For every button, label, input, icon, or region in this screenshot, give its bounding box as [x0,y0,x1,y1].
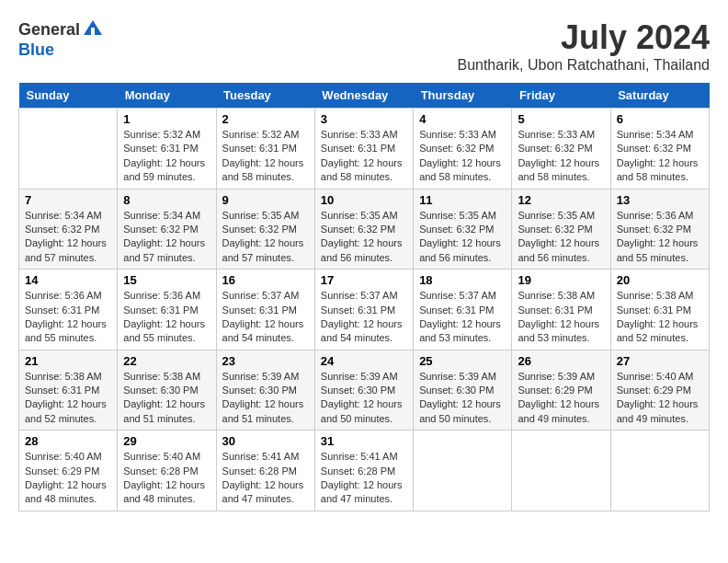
table-row: 10 Sunrise: 5:35 AM Sunset: 6:32 PM Dayl… [314,189,413,270]
sunrise-text: Sunrise: 5:37 AM [419,290,496,301]
daylight-text: Daylight: 12 hours and 49 minutes. [518,398,599,423]
daylight-text: Daylight: 12 hours and 54 minutes. [321,318,403,343]
sunrise-text: Sunrise: 5:38 AM [518,290,595,301]
cell-info: Sunrise: 5:36 AM Sunset: 6:31 PM Dayligh… [123,289,210,346]
sunset-text: Sunset: 6:32 PM [617,224,691,235]
daylight-text: Daylight: 12 hours and 52 minutes. [25,398,107,423]
table-row: 21 Sunrise: 5:38 AM Sunset: 6:31 PM Dayl… [19,350,118,431]
cell-info: Sunrise: 5:38 AM Sunset: 6:31 PM Dayligh… [25,370,111,427]
table-row: 24 Sunrise: 5:39 AM Sunset: 6:30 PM Dayl… [314,350,413,431]
cell-info: Sunrise: 5:32 AM Sunset: 6:31 PM Dayligh… [222,128,309,185]
cell-info: Sunrise: 5:40 AM Sunset: 6:28 PM Dayligh… [123,450,210,507]
sunset-text: Sunset: 6:29 PM [617,385,691,396]
cell-info: Sunrise: 5:35 AM Sunset: 6:32 PM Dayligh… [518,209,604,266]
daylight-text: Daylight: 12 hours and 50 minutes. [321,398,403,423]
table-row: 11 Sunrise: 5:35 AM Sunset: 6:32 PM Dayl… [414,189,512,270]
calendar-table: Sunday Monday Tuesday Wednesday Thursday… [18,83,710,511]
daylight-text: Daylight: 12 hours and 48 minutes. [25,479,107,504]
daylight-text: Daylight: 12 hours and 56 minutes. [518,237,599,262]
day-number: 22 [123,354,210,368]
daylight-text: Daylight: 12 hours and 55 minutes. [617,237,699,262]
table-row: 7 Sunrise: 5:34 AM Sunset: 6:32 PM Dayli… [19,189,118,270]
sunrise-text: Sunrise: 5:33 AM [518,129,595,140]
table-row: 9 Sunrise: 5:35 AM Sunset: 6:32 PM Dayli… [216,189,314,270]
sunrise-text: Sunrise: 5:39 AM [222,371,300,382]
table-row: 23 Sunrise: 5:39 AM Sunset: 6:30 PM Dayl… [216,350,314,431]
daylight-text: Daylight: 12 hours and 57 minutes. [222,237,304,262]
day-number: 24 [321,354,407,368]
sunset-text: Sunset: 6:32 PM [419,143,494,154]
header-wednesday: Wednesday [314,83,413,109]
day-number: 3 [321,112,407,126]
table-row: 3 Sunrise: 5:33 AM Sunset: 6:31 PM Dayli… [314,109,413,190]
sunset-text: Sunset: 6:32 PM [123,224,198,235]
day-number: 6 [617,112,703,126]
day-number: 18 [419,273,506,287]
sunrise-text: Sunrise: 5:40 AM [25,451,102,462]
logo-icon [82,18,104,40]
table-row [19,109,118,190]
calendar-week-row: 1 Sunrise: 5:32 AM Sunset: 6:31 PM Dayli… [19,109,710,190]
day-number: 31 [321,434,407,448]
cell-info: Sunrise: 5:39 AM Sunset: 6:30 PM Dayligh… [321,370,407,427]
sunrise-text: Sunrise: 5:32 AM [222,129,300,140]
cell-info: Sunrise: 5:41 AM Sunset: 6:28 PM Dayligh… [222,450,309,507]
table-row: 31 Sunrise: 5:41 AM Sunset: 6:28 PM Dayl… [314,431,413,511]
daylight-text: Daylight: 12 hours and 49 minutes. [617,398,699,423]
sunrise-text: Sunrise: 5:37 AM [321,290,398,301]
cell-info: Sunrise: 5:38 AM Sunset: 6:31 PM Dayligh… [617,289,703,346]
daylight-text: Daylight: 12 hours and 50 minutes. [419,398,501,423]
daylight-text: Daylight: 12 hours and 55 minutes. [25,318,107,343]
table-row: 30 Sunrise: 5:41 AM Sunset: 6:28 PM Dayl… [216,431,314,511]
sunset-text: Sunset: 6:30 PM [123,385,198,396]
sunrise-text: Sunrise: 5:40 AM [123,451,200,462]
day-number: 25 [419,354,506,368]
table-row: 20 Sunrise: 5:38 AM Sunset: 6:31 PM Dayl… [610,270,709,350]
sunrise-text: Sunrise: 5:32 AM [123,129,200,140]
logo: General Blue [18,18,104,60]
day-number: 4 [419,112,506,126]
day-number: 28 [25,434,111,448]
day-number: 15 [123,273,210,287]
table-row: 4 Sunrise: 5:33 AM Sunset: 6:32 PM Dayli… [414,109,512,190]
sunset-text: Sunset: 6:28 PM [123,465,198,477]
daylight-text: Daylight: 12 hours and 55 minutes. [123,318,205,343]
sunset-text: Sunset: 6:31 PM [419,304,494,316]
sunrise-text: Sunrise: 5:41 AM [321,451,398,462]
daylight-text: Daylight: 12 hours and 56 minutes. [321,237,403,262]
svg-rect-1 [91,28,95,35]
sunrise-text: Sunrise: 5:36 AM [617,210,694,221]
sunset-text: Sunset: 6:31 PM [25,385,99,396]
cell-info: Sunrise: 5:39 AM Sunset: 6:30 PM Dayligh… [222,370,309,427]
cell-info: Sunrise: 5:38 AM Sunset: 6:31 PM Dayligh… [518,289,604,346]
sunrise-text: Sunrise: 5:37 AM [222,290,300,301]
cell-info: Sunrise: 5:39 AM Sunset: 6:29 PM Dayligh… [518,370,604,427]
cell-info: Sunrise: 5:39 AM Sunset: 6:30 PM Dayligh… [419,370,506,427]
cell-info: Sunrise: 5:38 AM Sunset: 6:30 PM Dayligh… [123,370,210,427]
table-row: 2 Sunrise: 5:32 AM Sunset: 6:31 PM Dayli… [216,109,314,190]
sunset-text: Sunset: 6:30 PM [419,385,494,396]
calendar-week-row: 28 Sunrise: 5:40 AM Sunset: 6:29 PM Dayl… [19,431,710,511]
sunset-text: Sunset: 6:28 PM [321,465,395,477]
sunset-text: Sunset: 6:32 PM [419,224,494,235]
daylight-text: Daylight: 12 hours and 58 minutes. [518,157,599,182]
location: Buntharik, Ubon Ratchathani, Thailand [457,57,710,74]
table-row: 26 Sunrise: 5:39 AM Sunset: 6:29 PM Dayl… [512,350,610,431]
daylight-text: Daylight: 12 hours and 52 minutes. [617,318,699,343]
table-row: 8 Sunrise: 5:34 AM Sunset: 6:32 PM Dayli… [118,189,216,270]
daylight-text: Daylight: 12 hours and 58 minutes. [617,157,699,182]
daylight-text: Daylight: 12 hours and 47 minutes. [321,479,403,504]
table-row [512,431,610,511]
day-number: 29 [123,434,210,448]
day-number: 9 [222,193,309,207]
sunset-text: Sunset: 6:29 PM [518,385,592,396]
day-number: 17 [321,273,407,287]
cell-info: Sunrise: 5:33 AM Sunset: 6:31 PM Dayligh… [321,128,407,185]
daylight-text: Daylight: 12 hours and 53 minutes. [419,318,501,343]
day-number: 14 [25,273,111,287]
daylight-text: Daylight: 12 hours and 53 minutes. [518,318,599,343]
sunset-text: Sunset: 6:31 PM [123,143,198,154]
table-row: 27 Sunrise: 5:40 AM Sunset: 6:29 PM Dayl… [610,350,709,431]
day-number: 16 [222,273,309,287]
table-row [610,431,709,511]
